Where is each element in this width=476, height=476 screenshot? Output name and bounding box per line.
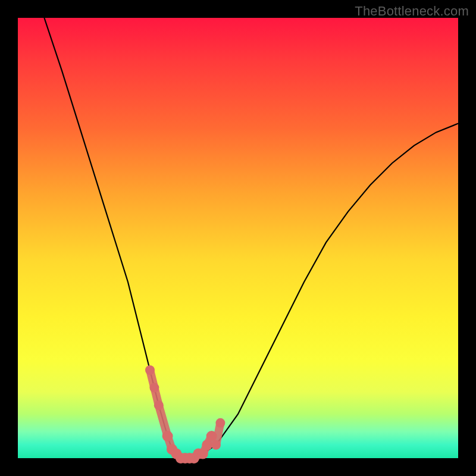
- highlight-dot: [215, 418, 225, 428]
- highlight-dot: [154, 400, 164, 410]
- chart-svg: [18, 18, 458, 458]
- highlight-dot: [206, 431, 217, 441]
- highlight-dots-group: [145, 365, 225, 464]
- highlight-dot: [149, 383, 159, 393]
- watermark-text: TheBottleneck.com: [355, 4, 469, 19]
- chart-frame: TheBottleneck.com: [0, 0, 476, 476]
- highlight-dot: [162, 431, 173, 441]
- main-curve-path: [44, 18, 458, 458]
- highlight-dot: [145, 365, 155, 375]
- highlight-dot: [211, 440, 221, 450]
